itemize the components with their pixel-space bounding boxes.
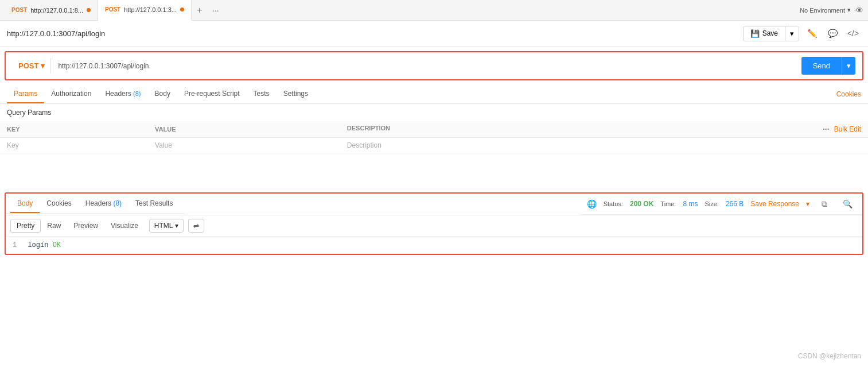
time-label: Time: xyxy=(660,200,676,207)
request-tabs: Params Authorization Headers (8) Body Pr… xyxy=(0,85,868,104)
env-chevron: ▾ xyxy=(847,6,851,14)
wrap-button[interactable]: ⇌ xyxy=(188,219,204,233)
url-input[interactable] xyxy=(51,59,801,74)
edit-icon-button[interactable]: ✏️ xyxy=(804,25,820,41)
save-button[interactable]: 💾 Save xyxy=(744,26,785,41)
tab-headers-label: Headers xyxy=(105,90,131,98)
format-type-label: HTML xyxy=(154,222,173,230)
eye-icon[interactable]: 👁 xyxy=(855,6,863,15)
response-tabs: Body Cookies Headers (8) Test Results xyxy=(6,195,184,214)
tab-authorization-label: Authorization xyxy=(51,90,91,98)
send-button-group: Send ▾ xyxy=(801,57,855,75)
code-icon-button[interactable]: </> xyxy=(845,25,861,41)
tab-1-dot xyxy=(87,8,91,12)
format-type-selector[interactable]: HTML ▾ xyxy=(149,219,184,233)
tab-params-label: Params xyxy=(14,90,37,98)
line-number-1: 1 xyxy=(13,241,17,249)
res-tab-body[interactable]: Body xyxy=(10,195,40,213)
tab-2-url: http://127.0.0.1:3... xyxy=(124,6,177,13)
comment-icon-button[interactable]: 💬 xyxy=(824,25,840,41)
request-row: POST ▾ Send ▾ xyxy=(5,51,863,80)
save-label: Save xyxy=(762,29,778,37)
code-ok: OK xyxy=(53,241,61,249)
tab-1-url: http://127.0.0.1:8... xyxy=(30,7,83,14)
copy-icon-button[interactable]: ⧉ xyxy=(816,196,832,212)
env-label: No Environment xyxy=(800,7,845,14)
cookies-link[interactable]: Cookies xyxy=(836,90,861,98)
col-value: VALUE xyxy=(148,121,340,138)
response-section: Body Cookies Headers (8) Test Results 🌐 … xyxy=(5,192,863,255)
tab-1[interactable]: POST http://127.0.0.1:8... xyxy=(5,0,98,21)
status-label: Status: xyxy=(604,200,623,207)
format-toolbar: Pretty Raw Preview Visualize HTML ▾ ⇌ xyxy=(6,215,862,237)
more-tabs-button[interactable]: ··· xyxy=(208,0,224,21)
status-code: 200 OK xyxy=(630,200,653,208)
query-params-section-title: Query Params xyxy=(0,104,868,121)
globe-icon: 🌐 xyxy=(587,199,597,208)
tab-params[interactable]: Params xyxy=(7,85,44,103)
param-desc-cell[interactable]: Description xyxy=(340,138,868,153)
tab-2-dot xyxy=(180,7,184,11)
res-tab-body-label: Body xyxy=(17,199,33,207)
save-response-chevron-icon: ▾ xyxy=(806,200,809,208)
headers-badge: (8) xyxy=(133,90,141,97)
tab-body[interactable]: Body xyxy=(148,85,177,103)
method-label: POST xyxy=(18,61,38,70)
method-selector[interactable]: POST ▾ xyxy=(13,58,51,74)
url-bar-actions: 💾 Save ▾ ✏️ 💬 </> xyxy=(743,25,861,41)
res-tab-headers-label: Headers xyxy=(85,199,111,207)
bulk-edit-button[interactable]: Bulk Edit xyxy=(834,125,861,133)
url-bar-row: http://127.0.0.1:3007/api/login 💾 Save ▾… xyxy=(0,21,868,47)
tab-authorization[interactable]: Authorization xyxy=(44,85,98,103)
res-headers-badge: (8) xyxy=(113,199,122,207)
format-raw-button[interactable]: Raw xyxy=(41,219,67,233)
save-response-button[interactable]: Save Response xyxy=(750,200,799,208)
tab-headers[interactable]: Headers (8) xyxy=(98,85,147,103)
tab-pre-request[interactable]: Pre-request Script xyxy=(177,85,247,103)
format-preview-button[interactable]: Preview xyxy=(67,219,104,233)
tab-1-method: POST xyxy=(11,7,27,13)
response-status-bar: 🌐 Status: 200 OK Time: 8 ms Size: 266 B … xyxy=(580,194,862,215)
size-value: 266 B xyxy=(726,200,744,208)
save-button-group: 💾 Save ▾ xyxy=(743,26,799,41)
size-label: Size: xyxy=(704,200,718,207)
table-row: Key Value Description xyxy=(0,138,868,153)
params-table: KEY VALUE DESCRIPTION ··· Bulk Edit Key … xyxy=(0,121,868,153)
format-type-chevron-icon: ▾ xyxy=(175,222,178,230)
col-description: DESCRIPTION ··· Bulk Edit xyxy=(340,121,868,138)
tab-tests[interactable]: Tests xyxy=(247,85,277,103)
send-button[interactable]: Send xyxy=(801,57,842,75)
spacer xyxy=(0,153,868,188)
send-dropdown-button[interactable]: ▾ xyxy=(842,57,855,75)
param-value-cell[interactable]: Value xyxy=(148,138,340,153)
bulk-dots-icon: ··· xyxy=(823,125,830,134)
tab-tests-label: Tests xyxy=(254,90,270,98)
time-value: 8 ms xyxy=(683,200,698,208)
wrap-icon: ⇌ xyxy=(193,222,199,230)
tab-2-method: POST xyxy=(105,6,120,13)
col-key: KEY xyxy=(0,121,148,138)
res-tab-headers[interactable]: Headers (8) xyxy=(79,195,129,213)
add-tab-button[interactable]: + xyxy=(192,0,208,21)
env-selector[interactable]: No Environment ▾ xyxy=(800,6,851,14)
method-chevron-icon: ▾ xyxy=(41,61,45,70)
code-login: login xyxy=(28,241,48,249)
code-area: 1 login OK xyxy=(6,237,862,254)
save-chevron-icon: ▾ xyxy=(790,29,794,38)
save-dropdown-button[interactable]: ▾ xyxy=(785,26,799,41)
res-tab-cookies-label: Cookies xyxy=(46,199,71,207)
tab-bar: POST http://127.0.0.1:8... POST http://1… xyxy=(0,0,868,21)
response-tabs-status-row: Body Cookies Headers (8) Test Results 🌐 … xyxy=(6,194,862,215)
url-bar-title: http://127.0.0.1:3007/api/login xyxy=(7,29,743,38)
res-tab-test-results[interactable]: Test Results xyxy=(129,195,180,213)
tab-body-label: Body xyxy=(155,90,170,98)
param-key-cell[interactable]: Key xyxy=(0,138,148,153)
res-tab-cookies[interactable]: Cookies xyxy=(40,195,78,213)
tab-2[interactable]: POST http://127.0.0.1:3... xyxy=(98,0,192,21)
search-response-button[interactable]: 🔍 xyxy=(839,196,855,212)
format-visualize-button[interactable]: Visualize xyxy=(104,219,145,233)
format-pretty-button[interactable]: Pretty xyxy=(10,219,41,233)
res-tab-test-results-label: Test Results xyxy=(135,199,173,207)
tab-settings[interactable]: Settings xyxy=(277,85,315,103)
env-bar: No Environment ▾ 👁 xyxy=(800,6,863,15)
